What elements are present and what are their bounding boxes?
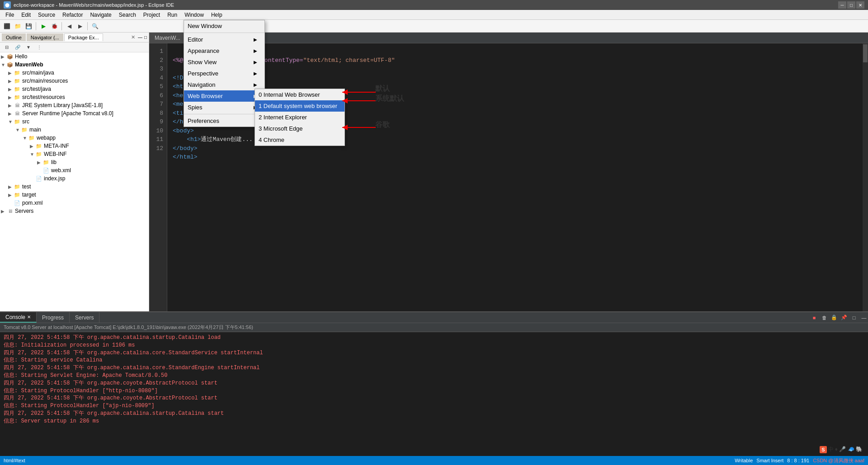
tree-item-src-main-java[interactable]: ▶ 📁 src/main/java (0, 69, 149, 77)
tab-package-explorer[interactable]: Package Ex... (64, 33, 103, 41)
status-context: html/#text (4, 458, 25, 463)
menu-navigation[interactable]: Navigation ▶ (184, 79, 264, 90)
toolbar-new[interactable]: ⬛ (2, 21, 12, 31)
sidebar-toolbar: ⊟ 🔗 ▼ ⋮ (0, 42, 149, 52)
minimize-button[interactable]: ─ (838, 1, 846, 9)
submenu-ie[interactable]: 2 Internet Explorer (255, 112, 344, 123)
submenu-chrome[interactable]: 4 Chrome (255, 134, 344, 146)
csdn-area: S 中 ♦ 🎤 🧢 🐘 (816, 444, 866, 455)
tree-item-pom-xml[interactable]: 📄 pom.xml (0, 199, 149, 207)
console-content: 四月 27, 2022 5:41:58 下午 org.apache.catali… (0, 332, 868, 456)
tree-item-src[interactable]: ▼ 📁 src (0, 117, 149, 126)
menu-window[interactable]: Window (181, 10, 208, 19)
tree-item-hello[interactable]: ▶ 📦 Hello (0, 52, 149, 61)
sidebar-content: ▶ 📦 Hello ▼ 📦 MavenWeb ▶ 📁 src/main/java (0, 52, 149, 311)
sidebar-tabs: Outline Navigator (... Package Ex... ✕ —… (0, 33, 149, 42)
app-icon: ⬤ (4, 1, 11, 9)
menu-search[interactable]: Search (115, 10, 140, 19)
tab-outline[interactable]: Outline (2, 33, 26, 41)
sidebar-close-btn[interactable]: ✕ (131, 34, 135, 40)
sidebar-min-btn[interactable]: — (138, 35, 142, 40)
menu-run[interactable]: Run (164, 10, 181, 19)
bottom-panel: Console ✕ Progress Servers ■ 🗑 🔒 📌 □ — T… (0, 311, 868, 456)
menu-file[interactable]: File (2, 10, 18, 19)
editor-scrollbar[interactable] (863, 43, 868, 311)
tab-servers[interactable]: Servers (70, 312, 99, 323)
console-clear-btn[interactable]: 🗑 (820, 314, 828, 322)
annotation-system-default: 系统默认 (375, 94, 404, 103)
scroll-thumb[interactable] (863, 44, 868, 62)
bottom-tabs: Console ✕ Progress Servers ■ 🗑 🔒 📌 □ — (0, 312, 868, 323)
tree-item-target[interactable]: ▶ 📁 target (0, 191, 149, 199)
csdn-logo: S (820, 446, 826, 453)
tree-item-index-jsp[interactable]: 📄 index.jsp (0, 174, 149, 183)
code-content[interactable]: <%@ page language="java" contentType="te… (167, 43, 868, 311)
menu-perspective[interactable]: Perspective ▶ (184, 68, 264, 79)
tab-navigator[interactable]: Navigator (... (27, 33, 63, 41)
submenu-edge[interactable]: 3 Microsoft Edge (255, 123, 344, 134)
annotation-default: 默认 (375, 84, 390, 94)
window-title: eclipse-workspace - MavenWeb/src/main/we… (14, 2, 174, 8)
tree-item-server-runtime[interactable]: ▶ 🏛 Server Runtime [Apache Tomcat v8.0] (0, 109, 149, 117)
submenu-internal-browser[interactable]: 0 Internal Web Browser (255, 89, 344, 100)
menu-preferences[interactable]: Preferences (184, 115, 264, 127)
toolbar-back[interactable]: ◀ (64, 21, 74, 31)
line-numbers: 123456789101112 (149, 43, 167, 311)
toolbar-search[interactable]: 🔍 (90, 21, 100, 31)
tree-item-test[interactable]: ▶ 📁 test (0, 183, 149, 191)
toolbar: ⬛ 📁 💾 ▶ 🐞 ◀ ▶ 🔍 (0, 20, 868, 33)
console-scroll-lock[interactable]: 🔒 (830, 314, 838, 322)
console-stop-btn[interactable]: ■ (810, 314, 818, 322)
menu-new-window[interactable]: New Window (184, 20, 264, 32)
toolbar-forward[interactable]: ▶ (75, 21, 85, 31)
tree-item-servers[interactable]: ▶ 🖥 Servers (0, 207, 149, 215)
console-min-btn[interactable]: — (860, 314, 868, 322)
submenu-default-browser[interactable]: 1 Default system web browser (255, 100, 344, 112)
web-browser-submenu: 0 Internal Web Browser 1 Default system … (255, 89, 345, 146)
status-bar: html/#text Writable Smart Insert 8 : 8 :… (0, 456, 868, 465)
tree-item-src-main-res[interactable]: ▶ 📁 src/main/resources (0, 77, 149, 85)
toolbar-save[interactable]: 💾 (24, 21, 33, 31)
menu-show-view[interactable]: Show View ▶ (184, 56, 264, 68)
menu-editor[interactable]: Editor ▶ (184, 34, 264, 45)
maximize-button[interactable]: □ (847, 1, 855, 9)
title-bar: ⬤ eclipse-workspace - MavenWeb/src/main/… (0, 0, 868, 10)
tree-item-mavenweb[interactable]: ▼ 📦 MavenWeb (0, 61, 149, 69)
menu-bar: File Edit Source Refactor Navigate Searc… (0, 10, 868, 20)
status-insert: Smart Insert (756, 458, 783, 463)
toolbar-open[interactable]: 📁 (13, 21, 23, 31)
sidebar-filter-btn[interactable]: ▼ (24, 42, 33, 52)
console-max-btn[interactable]: □ (850, 314, 858, 322)
toolbar-run[interactable]: ▶ (38, 21, 48, 31)
menu-project[interactable]: Project (140, 10, 164, 19)
console-pin-btn[interactable]: 📌 (840, 314, 848, 322)
menu-spies[interactable]: Spies ▶ (184, 102, 264, 113)
close-button[interactable]: ✕ (856, 1, 864, 9)
toolbar-debug[interactable]: 🐞 (49, 21, 59, 31)
tree-item-main[interactable]: ▼ 📁 main (0, 126, 149, 134)
tab-progress[interactable]: Progress (37, 312, 70, 323)
close-console[interactable]: ✕ (27, 315, 31, 319)
tree-item-lib[interactable]: ▶ 📁 lib (0, 158, 149, 166)
sidebar-max-btn[interactable]: □ (144, 35, 147, 40)
menu-source[interactable]: Source (34, 10, 59, 19)
sidebar-collapse-btn[interactable]: ⊟ (2, 42, 12, 52)
menu-appearance[interactable]: Appearance ▶ (184, 45, 264, 56)
menu-refactor[interactable]: Refactor (59, 10, 86, 19)
menu-web-browser[interactable]: Web Browser ▶ (184, 90, 264, 102)
console-server-label: Tomcat v8.0 Server at localhost [Apache … (0, 323, 868, 332)
tree-item-web-inf[interactable]: ▼ 📁 WEB-INF (0, 150, 149, 158)
tab-console[interactable]: Console ✕ (0, 312, 37, 323)
sidebar-link-btn[interactable]: 🔗 (13, 42, 23, 52)
menu-edit[interactable]: Edit (18, 10, 34, 19)
tree-item-meta-inf[interactable]: ▶ 📁 META-INF (0, 142, 149, 150)
menu-navigate[interactable]: Navigate (86, 10, 115, 19)
sidebar-menu-btn[interactable]: ⋮ (34, 42, 44, 52)
menu-help[interactable]: Help (208, 10, 226, 19)
tree-item-src-test-res[interactable]: ▶ 📁 src/test/resources (0, 93, 149, 101)
tree-item-webapp[interactable]: ▼ 📁 webapp (0, 134, 149, 142)
tree-item-jre[interactable]: ▶ 🏛 JRE System Library [JavaSE-1.8] (0, 101, 149, 109)
tree-item-src-test-java[interactable]: ▶ 📁 src/test/java (0, 85, 149, 93)
tree-item-web-xml[interactable]: 📄 web.xml (0, 166, 149, 174)
annotation-google: 谷歌 (375, 120, 390, 130)
